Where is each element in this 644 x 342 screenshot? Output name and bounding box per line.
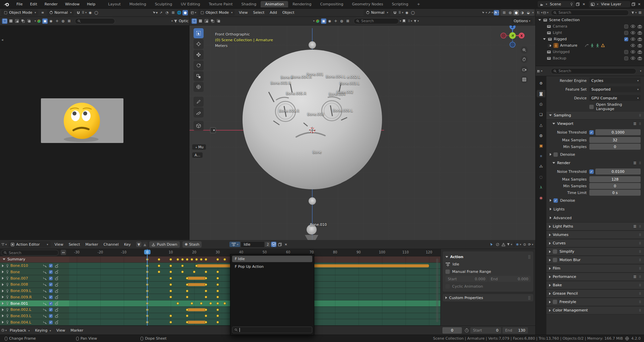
channel-row-bone[interactable]: Bone✓ [0,269,440,275]
presets-icon[interactable]: ☰ [633,275,636,279]
expand-icon[interactable] [2,264,4,267]
presets-icon[interactable]: ☰ [633,225,636,228]
overlay-toggle-icon[interactable]: ▣ [42,18,48,24]
dope-menu-select[interactable]: Select [66,242,83,247]
keyframe[interactable] [216,290,219,292]
end-frame-field[interactable]: End 0.000 [488,276,531,282]
keyframe[interactable] [181,258,184,261]
remove-view-layer-icon[interactable]: ✕ [637,2,642,7]
camera-icon[interactable] [638,57,642,60]
mute-checkbox[interactable]: ✓ [48,277,53,280]
panel-viewport[interactable]: Viewport☰⣿ [546,119,644,128]
workspace-tab-geometry-nodes[interactable]: Geometry Nodes [347,1,387,7]
drag-grip-icon[interactable]: ⣿ [639,122,641,125]
pin-icon[interactable] [6,276,9,280]
properties-tab-object-data[interactable]: λ [537,184,545,191]
mute-checkbox[interactable]: ✓ [48,308,53,311]
checkbox[interactable]: ✓ [589,169,594,174]
expand-icon[interactable] [2,283,4,286]
menu-help[interactable]: Help [83,2,99,6]
eye-icon[interactable] [631,38,635,41]
properties-tab-object[interactable]: ▣ [537,142,545,149]
panel-color-management[interactable]: Color Management⣿ [546,306,644,314]
dope-menu-marker[interactable]: Marker [83,242,101,247]
drag-grip-icon[interactable]: ⣿ [639,114,641,117]
keyframe[interactable] [216,302,219,305]
wrench-icon[interactable] [43,308,48,311]
action-name-field[interactable]: Idle [240,241,265,248]
channel-name-area[interactable]: Bone.001✓ [0,300,69,306]
outliner-row-armature[interactable]: |Armature [536,42,644,49]
timeline-ruler[interactable]: Search ↔ -30-20-101020304050607080901001… [0,249,440,256]
keyframe[interactable] [205,277,207,280]
overlays-icon[interactable]: ↗ [158,10,164,15]
checkbox-checked-icon[interactable]: ✓ [624,37,628,41]
show-selected-only-icon[interactable] [489,242,494,247]
proportional-edit-icon[interactable]: ◉ [404,10,410,15]
drag-grip-icon[interactable]: ⣿ [639,275,641,278]
tool-transform[interactable] [194,82,204,92]
keyframe[interactable] [216,258,219,261]
keyframe-hold-bar[interactable] [187,308,206,311]
proportional-edit-icon[interactable]: ⊙ [522,242,527,247]
wrench-icon[interactable] [43,321,48,324]
keyframe[interactable] [181,264,184,267]
lock-open-icon[interactable] [54,264,59,268]
custom-properties-panel[interactable]: Custom Properties ⣿ [443,294,533,301]
grease-pencil-icon[interactable]: ◉ [48,18,54,24]
drag-grip-icon[interactable]: ⣿ [639,267,641,270]
channel-search[interactable]: Search [1,250,59,256]
move-channel-up-icon[interactable]: ▲ [142,242,148,247]
select-invert-icon[interactable] [210,18,215,24]
browse-action-icon[interactable]: ▾ [229,242,240,247]
auto-offset-icon[interactable]: ⟳▾ [528,242,533,247]
show-gizmo-icon[interactable]: ▾ [482,10,487,15]
pin-icon[interactable] [6,308,9,312]
checkbox[interactable] [553,152,558,157]
channel-row-summary[interactable]: Summary [0,256,440,263]
stats-overlay-icon[interactable]: ⊠ [345,18,351,24]
cyclic-animation-checkbox[interactable] [445,284,450,289]
keyframe[interactable] [176,302,179,305]
select-extend-icon[interactable] [8,18,13,24]
drag-grip-icon[interactable]: ⣿ [639,300,641,303]
keyframe[interactable] [169,321,172,324]
hud-panel-a[interactable]: A... [192,152,203,158]
xray-icon[interactable]: ◔▾ [494,10,499,15]
expand-icon[interactable] [2,302,4,305]
proportional-edit-icon[interactable]: ◉ [88,10,93,15]
drag-grip-icon[interactable]: ⣿ [639,250,641,253]
snap-settings-icon[interactable]: ⠿▾ [398,10,404,15]
viewport-menu-view[interactable]: View [236,10,250,15]
shading-rendered-icon[interactable]: ◑ [520,10,525,15]
presets-icon[interactable]: ☰ [633,122,636,126]
keyframe[interactable] [169,290,172,292]
channel-name-area[interactable]: Bone.009.L✓ [0,288,69,294]
expand-icon[interactable] [2,296,4,298]
channel-row-bone-004-l[interactable]: Bone.004.L✓ [0,319,440,326]
playbar-menu-view[interactable]: View [54,328,68,333]
select-subtract-icon[interactable] [14,18,19,24]
keyframe[interactable] [193,271,196,273]
camera-icon[interactable] [638,38,642,41]
action-users-button[interactable]: 2 [265,242,270,247]
channel-name-area[interactable]: Summary [0,256,69,262]
lock-open-icon[interactable] [54,283,59,287]
end-frame-field[interactable]: End 130 [502,327,528,334]
collection-visibility-icon[interactable]: ⫶⫶▾ [408,18,413,24]
select-new-icon[interactable] [192,18,197,24]
new-view-layer-icon[interactable] [631,2,636,7]
noise-threshold-field[interactable]: 0.1000 [595,129,641,135]
workspace-tab-compositing[interactable]: Compositing [316,1,348,7]
dropdown-search-field[interactable] [232,327,312,333]
properties-tab-view-layer[interactable]: ❏ [537,111,545,118]
viewport-shading-solid-icon[interactable]: 🌐 [176,10,182,15]
action-id-row[interactable]: Idle [445,260,531,268]
workspace-tab-modeling[interactable]: Modeling [125,1,151,7]
pin-icon[interactable] [6,295,9,299]
time-limit-field[interactable]: 0 s [589,190,641,196]
pin-icon[interactable] [6,264,9,268]
channel-name-area[interactable]: Bone.003.L✓ [0,313,69,319]
panel-light-paths[interactable]: Light Paths☰⣿ [546,222,644,231]
lock-open-icon[interactable] [54,270,59,274]
